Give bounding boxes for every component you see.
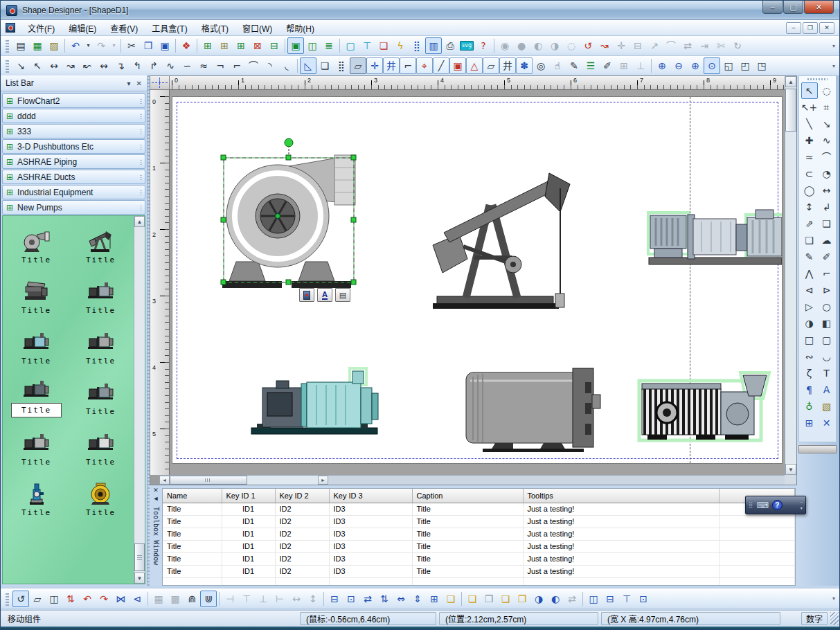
stretch-width-button[interactable]: ⇔ <box>393 591 409 607</box>
rotate-shape-button[interactable]: ↝ <box>596 37 613 54</box>
draw-arc-button[interactable]: ⌒ <box>819 149 835 165</box>
shape-thumb-9[interactable]: Title <box>71 420 132 468</box>
menu-item-window[interactable]: 窗口(W) <box>235 21 279 35</box>
send-backward-button[interactable]: ❐ <box>514 591 530 607</box>
toolbox-collapse-icon[interactable]: ◄ <box>153 496 159 502</box>
select-add-button[interactable]: ↖+ <box>801 99 818 116</box>
table-row-5[interactable]: TitleID1ID2ID3TitleJust a testing! <box>163 565 795 577</box>
anchor-button[interactable]: ⊤ <box>359 37 375 54</box>
poly-shape-3-button[interactable]: ⊳ <box>819 282 835 298</box>
shape-thumb-0[interactable]: Title <box>6 217 67 266</box>
listbar-item-1[interactable]: ⊞dddd <box>2 109 145 123</box>
table-row-2[interactable]: TitleID1ID2ID3TitleJust a testing! <box>163 528 795 540</box>
zoom-lens-button[interactable]: ◎ <box>533 57 549 74</box>
select-area-button[interactable]: ▢ <box>342 37 359 54</box>
connector-arc-3-button[interactable]: ◟ <box>278 57 295 74</box>
shape-note-button[interactable]: ▤ <box>335 288 350 302</box>
union-button[interactable]: ● <box>513 37 530 54</box>
unlock-button[interactable]: ⋓ <box>200 591 217 607</box>
draw-freehand-button[interactable]: ≈ <box>801 149 818 165</box>
shape-text-button[interactable]: A <box>317 288 332 302</box>
shape-blower[interactable] <box>222 155 355 288</box>
align-bottom-button[interactable]: ⊥ <box>255 591 271 607</box>
resize-grip[interactable] <box>830 612 839 625</box>
connector-zigzag-both-button[interactable]: ≈ <box>195 57 212 74</box>
show-guides-button[interactable]: ✛ <box>366 57 383 74</box>
space-down-button[interactable]: ⇅ <box>376 591 393 607</box>
show-grid-button[interactable]: ⣿ <box>333 57 350 74</box>
shape-pump-motor[interactable] <box>639 372 769 440</box>
column-header-5[interactable]: Tooltips <box>523 489 719 503</box>
layers-button[interactable]: ❏ <box>375 37 392 54</box>
snap-grid-button[interactable]: 井 <box>383 57 400 74</box>
combine-button[interactable]: ◑ <box>530 591 547 607</box>
layer-colors-button[interactable]: ☰ <box>582 57 599 74</box>
column-header-0[interactable]: Name <box>163 489 222 503</box>
shape-thumb-10[interactable]: Title <box>6 470 67 519</box>
copy-button[interactable]: ❐ <box>140 37 157 54</box>
undo-dropdown-button[interactable]: ▾ <box>84 37 93 54</box>
maximize-button[interactable]: ▢ <box>783 1 803 14</box>
scrollbar-thumb[interactable] <box>134 543 145 571</box>
flip-rotate-button[interactable]: ⇅ <box>62 591 79 607</box>
bring-forward-button[interactable]: ❏ <box>497 591 514 607</box>
new-table-button[interactable]: ⊞ <box>199 37 216 54</box>
print-button[interactable]: ⎙ <box>442 37 458 54</box>
same-height-button[interactable]: ⊡ <box>343 591 359 607</box>
connector-node-2-button[interactable]: ⌐ <box>229 57 245 74</box>
align-right-button[interactable]: ⊢ <box>271 591 288 607</box>
redo-button[interactable]: ↷ <box>93 37 109 54</box>
view-list-button[interactable]: ≣ <box>321 37 337 54</box>
connector-curve-start-button[interactable]: ↜ <box>79 57 96 74</box>
table-row-4[interactable]: TitleID1ID2ID3TitleJust a testing! <box>163 552 795 565</box>
exclude-button[interactable]: ◌ <box>563 37 580 54</box>
close-path-button[interactable]: ↻ <box>729 37 746 54</box>
draw-blob-button[interactable]: ◯ <box>801 182 818 199</box>
poly-shape-2-button[interactable]: ⊲ <box>801 282 818 298</box>
subtract-button[interactable]: ◑ <box>546 37 563 54</box>
wordart-button[interactable]: A <box>819 381 835 398</box>
toolbar-grip[interactable] <box>6 59 9 73</box>
connector-zigzag-button[interactable]: ∿ <box>162 57 179 74</box>
mini-keyboard-icon[interactable]: ⌨ <box>757 501 769 510</box>
break-apart-button[interactable]: ◐ <box>547 591 564 607</box>
align-top-button[interactable]: ⊤ <box>238 591 255 607</box>
pan-tool-button[interactable]: ☝ <box>549 57 566 74</box>
scrollbar-thumb[interactable] <box>785 89 796 132</box>
dimension-v-button[interactable]: ↕ <box>801 199 818 215</box>
connector-step-start-button[interactable]: ↰ <box>129 57 145 74</box>
send-to-back-button[interactable]: ❐ <box>481 591 497 607</box>
pick-color-button[interactable]: ▱ <box>483 57 499 74</box>
add-table-button[interactable]: ⊞ <box>233 37 249 54</box>
list-bar-close-icon[interactable]: ✕ <box>136 80 142 87</box>
view-single-button[interactable]: ▣ <box>287 37 304 54</box>
paragraph-text-button[interactable]: ¶ <box>801 381 818 398</box>
to-line-button[interactable]: ↗ <box>646 37 663 54</box>
import-shape-button[interactable]: ❖ <box>178 37 195 54</box>
export-svg-button[interactable]: svg <box>458 37 475 54</box>
lasso-ellipse-button[interactable]: ◌ <box>819 82 835 99</box>
connector-step-button[interactable]: ↴ <box>112 57 129 74</box>
scroll-down-icon[interactable]: ▼ <box>785 464 796 475</box>
dimension-h-button[interactable]: ↔ <box>819 182 835 199</box>
connector-zigzag-start-button[interactable]: ∽ <box>179 57 195 74</box>
shape-thumb-7[interactable]: Title <box>71 369 132 417</box>
draw-open-curve-button[interactable]: ⊂ <box>801 165 818 182</box>
listbar-item-7[interactable]: ⊞New Pumps <box>2 200 145 215</box>
zoom-out-button[interactable]: ⊖ <box>670 57 687 74</box>
show-rotation-button[interactable]: △ <box>466 57 483 74</box>
canvas-content[interactable]: A▤ <box>170 90 785 475</box>
connector-arrow-both-button[interactable]: ↔ <box>46 57 62 74</box>
close-button[interactable]: ✕ <box>804 1 834 14</box>
show-handles-button[interactable]: ▣ <box>449 57 466 74</box>
connector-arrow-start-button[interactable]: ↖ <box>29 57 46 74</box>
mirror-v-button[interactable]: ⊲ <box>129 591 145 607</box>
cut-button[interactable]: ✂ <box>123 37 140 54</box>
same-width-button[interactable]: ⊟ <box>326 591 343 607</box>
scroll-down-icon[interactable]: ▼ <box>134 573 145 584</box>
resize-diagonal-button[interactable]: ⇗ <box>801 215 818 232</box>
page-setup-button[interactable]: ✎ <box>566 57 582 74</box>
table-row-empty[interactable] <box>163 577 795 586</box>
shape-pumpjack[interactable] <box>433 173 570 309</box>
mdi-minimize-button[interactable]: – <box>786 22 801 34</box>
